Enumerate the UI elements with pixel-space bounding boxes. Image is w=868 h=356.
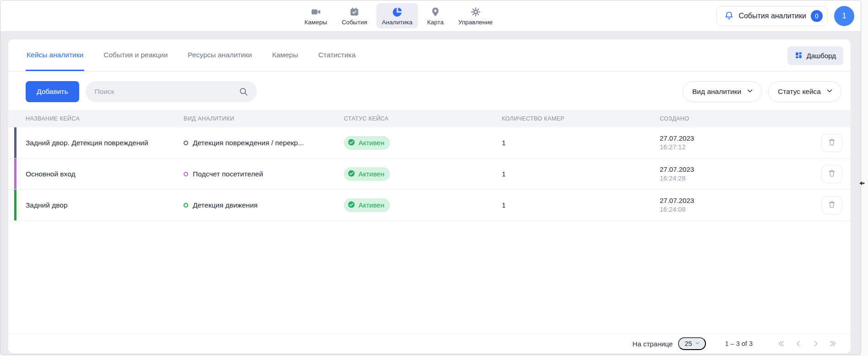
tab-statistics[interactable]: Статистика — [317, 51, 356, 71]
analytics-type-label: Детекция движения — [193, 201, 258, 209]
nav-item-label: Аналитика — [382, 19, 412, 26]
table-header: НАЗВАНИЕ КЕЙСА ВИД АНАЛИТИКИ СТАТУС КЕЙС… — [8, 110, 851, 127]
tab-analytics-resources[interactable]: Ресурсы аналитики — [187, 51, 253, 71]
check-circle-icon — [347, 201, 355, 210]
pager-controls — [775, 337, 840, 350]
filter-analytics-type[interactable]: Вид аналитики — [683, 81, 762, 102]
analytics-type-ring-icon — [184, 141, 188, 145]
next-page-button[interactable] — [809, 337, 822, 350]
row-color-stripe — [14, 159, 16, 189]
created-cell: 27.07.2023 16:27:12 — [660, 134, 806, 152]
status-badge: Активен — [344, 136, 390, 150]
per-page-label: На странице — [633, 340, 673, 348]
created-date: 27.07.2023 — [660, 165, 806, 174]
created-cell: 27.07.2023 16:24:08 — [660, 196, 806, 214]
bell-icon — [724, 11, 734, 22]
created-date: 27.07.2023 — [660, 134, 806, 143]
events-button-label: События аналитики — [738, 12, 806, 20]
tab-analytics-cases[interactable]: Кейсы аналитики — [26, 51, 84, 71]
video-camera-icon — [310, 6, 321, 17]
pie-chart-icon — [392, 6, 403, 17]
analytics-type-ring-icon — [184, 203, 188, 208]
delete-case-button[interactable] — [821, 196, 842, 214]
column-header-case-status: СТАТУС КЕЙСА — [344, 115, 502, 122]
search-box — [86, 81, 257, 102]
tab-events-reactions[interactable]: События и реакции — [103, 51, 168, 71]
column-header-camera-count: КОЛИЧЕСТВО КАМЕР — [502, 115, 660, 122]
pagination-bar: На странице 25 1 – 3 of 3 — [8, 334, 851, 353]
case-name: Основной вход — [26, 170, 184, 178]
nav-item-management[interactable]: Управление — [453, 3, 498, 28]
analytics-events-button[interactable]: События аналитики 0 — [716, 6, 828, 26]
nav-item-label: Управление — [458, 19, 493, 26]
case-name: Задний двор — [26, 201, 184, 209]
nav-item-label: Карта — [427, 19, 444, 26]
row-color-stripe — [14, 127, 16, 158]
nav-item-label: Камеры — [304, 19, 327, 26]
filter-label: Статус кейса — [778, 88, 821, 96]
status-label: Активен — [358, 201, 384, 209]
dashboard-grid-icon — [795, 51, 803, 60]
analytics-cases-panel: Кейсы аналитики События и реакции Ресурс… — [8, 39, 851, 353]
status-badge: Активен — [344, 198, 390, 212]
tabs: Кейсы аналитики События и реакции Ресурс… — [26, 39, 357, 71]
prev-page-button[interactable] — [792, 337, 805, 350]
app-window: Камеры События Аналитика Карта — [0, 0, 861, 355]
table-row[interactable]: Задний двор Детекция движения Активен 1 … — [8, 190, 851, 221]
check-circle-icon — [347, 138, 355, 148]
trash-icon — [828, 138, 836, 148]
dashboard-button-label: Дашборд — [807, 52, 836, 60]
search-input[interactable] — [86, 81, 257, 102]
analytics-type-ring-icon — [184, 172, 188, 176]
toolbar-left: Добавить — [17, 81, 257, 102]
created-time: 16:24:28 — [660, 174, 806, 183]
tabs-bar: Кейсы аналитики События и реакции Ресурс… — [8, 39, 851, 71]
camera-count: 1 — [502, 170, 660, 178]
toolbar-filters: Вид аналитики Статус кейса — [683, 81, 841, 102]
trash-icon — [828, 169, 836, 179]
column-header-analytics-type: ВИД АНАЛИТИКИ — [184, 115, 344, 122]
status-cell: Активен — [344, 167, 502, 181]
search-icon — [239, 87, 249, 99]
status-cell: Активен — [344, 198, 502, 212]
delete-case-button[interactable] — [821, 165, 842, 183]
avatar[interactable]: 1 — [834, 6, 854, 26]
nav-item-cameras[interactable]: Камеры — [299, 3, 332, 28]
analytics-type-label: Подсчет посетителей — [193, 170, 263, 178]
analytics-type-label: Детекция повреждения / перекр... — [193, 139, 304, 147]
created-time: 16:24:08 — [660, 205, 806, 214]
status-cell: Активен — [344, 136, 502, 150]
per-page-value: 25 — [684, 340, 692, 347]
dashboard-button[interactable]: Дашборд — [787, 46, 843, 65]
nav-item-map[interactable]: Карта — [422, 3, 449, 28]
table-row[interactable]: Задний двор. Детекция повреждений Детекц… — [8, 127, 851, 159]
nav-item-analytics[interactable]: Аналитика — [376, 3, 418, 28]
chevron-down-icon — [746, 87, 754, 97]
analytics-type-cell: Детекция повреждения / перекр... — [184, 139, 344, 147]
case-name: Задний двор. Детекция повреждений — [26, 139, 184, 147]
column-header-created: СОЗДАНО — [660, 115, 806, 122]
row-color-stripe — [14, 190, 16, 220]
page-range-label: 1 – 3 of 3 — [725, 340, 753, 347]
tab-cameras[interactable]: Камеры — [271, 51, 299, 71]
check-circle-icon — [347, 170, 355, 179]
nav-item-events[interactable]: События — [336, 3, 373, 28]
table-row[interactable]: Основной вход Подсчет посетителей Активе… — [8, 159, 851, 190]
last-page-button[interactable] — [827, 337, 840, 350]
status-badge: Активен — [344, 167, 390, 181]
trash-icon — [828, 200, 836, 210]
status-label: Активен — [358, 170, 384, 178]
first-page-button[interactable] — [775, 337, 787, 350]
calendar-check-icon — [349, 6, 360, 17]
toolbar: Добавить Вид аналитики Статус кейса — [8, 81, 851, 102]
filter-case-status[interactable]: Статус кейса — [768, 81, 841, 102]
gear-icon — [470, 6, 481, 17]
topbar-right: События аналитики 0 1 — [716, 6, 854, 26]
delete-case-button[interactable] — [821, 134, 842, 152]
add-case-button[interactable]: Добавить — [26, 81, 79, 102]
camera-count: 1 — [502, 201, 660, 209]
events-count-badge: 0 — [811, 10, 823, 22]
camera-count: 1 — [502, 139, 660, 147]
column-header-case-name: НАЗВАНИЕ КЕЙСА — [26, 115, 184, 122]
per-page-select[interactable]: 25 — [678, 337, 705, 350]
